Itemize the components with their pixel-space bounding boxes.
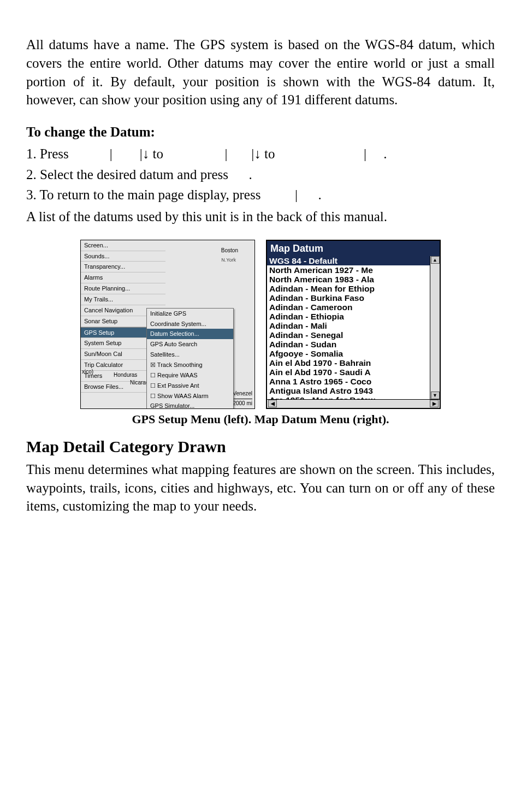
submenu-item[interactable]: Coordinate System... <box>147 319 233 329</box>
menu-item[interactable]: Screen... <box>81 240 165 251</box>
map-label-boston: Boston <box>221 247 238 254</box>
datum-list-item[interactable]: Ain el Abd 1970 - Saudi A <box>267 368 430 377</box>
step1-text-e: |↓ to <box>251 146 278 161</box>
datum-list-item[interactable]: Adindan - Ethiopia <box>267 312 430 321</box>
datum-list-item[interactable]: Adindan - Sudan <box>267 340 430 349</box>
gps-setup-menu-screenshot: Screen...Sounds...Transparency...AlarmsR… <box>80 240 255 409</box>
datum-list-item[interactable]: Adindan - Burkina Faso <box>267 293 430 303</box>
map-label-venezuela: Venezel <box>233 390 252 398</box>
datum-list-item[interactable]: Adindan - Cameroon <box>267 303 430 312</box>
menu-item[interactable]: Transparency... <box>81 262 165 272</box>
map-label-mexico-clipped: xico) <box>82 368 93 376</box>
datum-list-item[interactable]: Afgooye - Somalia <box>267 349 430 358</box>
vertical-scrollbar[interactable]: ▲ ▼ <box>430 256 440 399</box>
intro-paragraph: All datums have a name. The GPS system i… <box>26 35 495 109</box>
step1-sep1: | <box>110 146 113 161</box>
scroll-up-button[interactable]: ▲ <box>431 256 440 264</box>
datum-list-item[interactable]: Ain el Abd 1970 - Bahrain <box>267 358 430 368</box>
submenu-item[interactable]: ☐ Show WAAS Alarm <box>147 391 233 401</box>
map-label-honduras: Honduras <box>114 371 137 379</box>
step2-end: . <box>249 167 252 182</box>
scroll-down-button[interactable]: ▼ <box>431 392 440 399</box>
figure-caption: GPS Setup Menu (left). Map Datum Menu (r… <box>26 411 495 428</box>
map-datum-list[interactable]: WGS 84 - DefaultNorth American 1927 - Me… <box>267 256 430 399</box>
para-list-note: A list of the datums used by this unit i… <box>26 208 495 226</box>
step3-text: 3. To return to the main page display, p… <box>26 187 264 202</box>
submenu-item[interactable]: ☒ Track Smoothing <box>147 360 233 370</box>
datum-list-item[interactable]: Adindan - Mali <box>267 321 430 330</box>
step1-text-c: |↓ to <box>140 146 167 161</box>
horizontal-scrollbar[interactable]: ◀ ▶ <box>267 399 440 408</box>
heading-map-detail: Map Detail Category Drawn <box>26 436 495 458</box>
scroll-right-button[interactable]: ▶ <box>430 400 439 407</box>
step1-text-a: 1. Press <box>26 146 72 161</box>
menu-item[interactable]: Alarms <box>81 272 165 283</box>
datum-list-item[interactable]: Antigua Island Astro 1943 <box>267 386 430 395</box>
map-datum-menu-screenshot: Map Datum WGS 84 - DefaultNorth American… <box>266 240 441 409</box>
step1-end: . <box>383 146 387 161</box>
menu-item[interactable]: Route Planning... <box>81 283 165 294</box>
menu-item[interactable]: Sounds... <box>81 251 165 262</box>
submenu-item[interactable]: ☐ Ext Passive Ant <box>147 381 233 391</box>
heading-change-datum: To change the Datum: <box>26 123 495 141</box>
step-3: 3. To return to the main page display, p… <box>26 186 495 204</box>
datum-list-item[interactable]: WGS 84 - Default <box>267 256 430 265</box>
step3-sep: | <box>295 187 298 202</box>
step-1: 1. Press | |↓ to | |↓ to | . <box>26 145 495 163</box>
datum-list-item[interactable]: Adindan - Senegal <box>267 330 430 340</box>
step-2: 2. Select the desired datum and press . <box>26 165 495 184</box>
submenu-item[interactable]: ☐ Require WAAS <box>147 370 233 381</box>
step1-sep3: | <box>364 146 366 161</box>
datum-list-item[interactable]: North American 1927 - Me <box>267 265 430 275</box>
datum-list-item[interactable]: Anna 1 Astro 1965 - Coco <box>267 377 430 386</box>
step2-text: 2. Select the desired datum and press <box>26 167 232 182</box>
submenu-item[interactable]: GPS Simulator... <box>147 401 233 408</box>
map-label-newyork: N.York <box>221 257 236 263</box>
map-datum-title: Map Datum <box>267 241 440 256</box>
datum-list-item[interactable]: North American 1983 - Ala <box>267 275 430 284</box>
datum-list-item[interactable]: Arc 1950 - Mean for Botsw <box>267 395 430 399</box>
submenu-item[interactable]: Initialize GPS <box>147 309 233 319</box>
scroll-left-button[interactable]: ◀ <box>268 400 277 407</box>
step1-sep2: | <box>225 146 228 161</box>
gps-setup-submenu: Initialize GPSCoordinate System...Datum … <box>146 308 234 409</box>
step3-end: . <box>318 187 321 202</box>
figure-row: Screen...Sounds...Transparency...AlarmsR… <box>26 240 495 409</box>
submenu-item[interactable]: Datum Selection... <box>147 329 233 339</box>
menu-item[interactable]: My Trails... <box>81 294 165 305</box>
submenu-item[interactable]: Satellites... <box>147 349 233 360</box>
submenu-item[interactable]: GPS Auto Search <box>147 339 233 349</box>
datum-list-item[interactable]: Adindan - Mean for Ethiop <box>267 284 430 293</box>
para-map-detail: This menu determines what mapping featur… <box>26 460 495 515</box>
